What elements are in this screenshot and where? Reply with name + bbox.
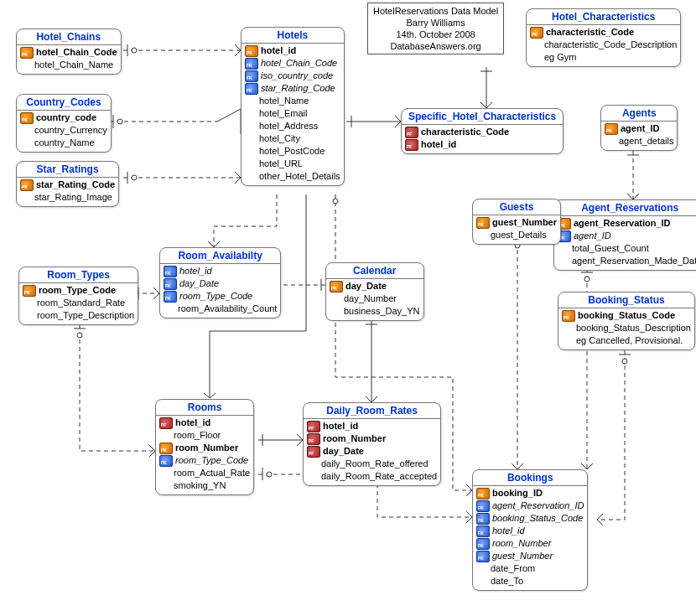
entity-column: hotel_Chain_Code — [245, 57, 340, 70]
column-label: hotel_id — [179, 265, 212, 277]
entity-column: characteristic_Code_Description — [530, 39, 677, 51]
entity-title: Hotel_Characteristics — [527, 9, 680, 25]
pf-key-icon — [307, 421, 320, 432]
svg-point-5 — [117, 119, 122, 124]
column-label: agent_Reservation_ID — [574, 217, 671, 230]
column-label: daily_Room_Rate_offered — [321, 458, 429, 470]
column-label: day_Date — [179, 277, 219, 290]
entity-column: booking_Status_Code — [476, 512, 584, 525]
entity-column: star_Rating_Image — [20, 191, 115, 204]
column-label: smoking_YN — [174, 479, 226, 492]
column-label: hotel_URL — [259, 158, 303, 170]
entity-column: hotel_id — [307, 420, 437, 432]
entity-title: Booking_Status — [558, 292, 694, 308]
pk-key-icon — [476, 488, 490, 500]
entity-column: eg Cancelled, Provisional. — [562, 334, 691, 347]
pf-key-icon — [159, 417, 173, 429]
entity-title: Agent_Reservations — [554, 200, 696, 216]
pk-key-icon — [20, 47, 34, 59]
blank-icon — [530, 40, 542, 50]
entity-hotel-characteristics: Hotel_Characteristicscharacteristic_Code… — [526, 8, 681, 67]
entity-guests: Guestsguest_Numberguest_Details — [472, 199, 561, 245]
blank-icon — [23, 298, 34, 308]
column-label: room_Number — [492, 537, 551, 550]
column-label: guest_Number — [492, 550, 553, 562]
entity-column: other_Hotel_Details — [245, 170, 340, 183]
entity-column: agent_ID — [605, 122, 673, 135]
fk-key-icon — [245, 83, 258, 95]
entity-hotel-chains: Hotel_Chainshotel_Chain_Codehotel_Chain_… — [16, 28, 122, 75]
column-label: room_Type_Description — [37, 309, 134, 322]
entity-column: room_Type_Code — [164, 290, 277, 303]
entity-column: room_Standard_Rate — [23, 297, 134, 309]
entity-calendar: Calendarday_Dateday_Numberbusiness_Day_Y… — [325, 262, 424, 321]
entity-column: agent_Reservation_ID — [476, 500, 584, 512]
entity-column: hotel_PostCode — [245, 145, 340, 158]
column-label: room_Number — [175, 442, 238, 454]
entity-column: date_To — [476, 575, 584, 588]
entity-room-availability: Room_Availabiltyhotel_idday_Dateroom_Typ… — [159, 247, 281, 318]
entity-column: country_code — [20, 111, 107, 124]
entity-column: agent_ID — [558, 230, 696, 242]
entity-column: room_Number — [476, 537, 584, 550]
column-label: agent_Reservation_Made_Date — [572, 255, 696, 267]
blank-icon — [605, 137, 616, 147]
column-label: booking_ID — [492, 487, 543, 500]
fk-key-icon — [159, 455, 173, 467]
column-label: day_Date — [345, 280, 387, 292]
pk-key-icon — [605, 123, 618, 135]
fk-key-icon — [164, 278, 177, 290]
svg-point-25 — [267, 472, 272, 477]
entity-title: Daily_Room_Rates — [304, 403, 440, 419]
entity-booking-status: Booking_Statusbooking_Status_Codebooking… — [558, 292, 695, 350]
entity-column: booking_ID — [476, 487, 584, 500]
column-label: room_Floor — [174, 429, 221, 442]
column-label: hotel_id — [421, 138, 456, 151]
blank-icon — [245, 122, 257, 132]
blank-icon — [20, 126, 32, 136]
pk-key-icon — [20, 112, 34, 124]
blank-icon — [245, 134, 257, 144]
entity-column: characteristic_Code — [530, 26, 677, 39]
blank-icon — [245, 172, 257, 182]
column-label: hotel_id — [323, 420, 358, 432]
entity-column: hotel_id — [159, 417, 250, 429]
column-label: hotel_Email — [259, 107, 307, 120]
entity-column: agent_details — [605, 135, 673, 148]
column-label: agent_ID — [621, 122, 659, 135]
column-label: eg Cancelled, Provisional. — [576, 334, 683, 347]
blank-icon — [20, 60, 32, 70]
pk-key-icon — [330, 281, 343, 292]
entity-title: Bookings — [473, 470, 587, 486]
column-label: room_Availability_Count — [178, 303, 277, 315]
entity-agent-reservations: Agent_Reservationsagent_Reservation_IDag… — [553, 199, 696, 271]
column-label: guest_Details — [491, 229, 547, 241]
blank-icon — [558, 244, 569, 254]
fk-key-icon — [476, 513, 490, 525]
entity-title: Guests — [473, 199, 560, 215]
blank-icon — [245, 96, 257, 106]
entity-column: characteristic_Code — [405, 126, 559, 138]
entity-column: star_Rating_Code — [20, 179, 115, 191]
entity-column: agent_Reservation_ID — [558, 217, 696, 230]
blank-icon — [159, 468, 171, 479]
pf-key-icon — [405, 127, 418, 138]
svg-point-2 — [132, 48, 137, 53]
entity-hotels: Hotelshotel_idhotel_Chain_Codeiso_countr… — [241, 27, 345, 186]
column-label: date_To — [491, 575, 523, 588]
pf-key-icon — [307, 433, 320, 445]
svg-point-8 — [132, 175, 137, 180]
blank-icon — [159, 481, 171, 491]
blank-icon — [20, 193, 32, 203]
entity-column: guest_Number — [476, 216, 557, 229]
fk-key-icon — [476, 538, 490, 550]
fk-key-icon — [245, 58, 258, 70]
fk-key-icon — [164, 291, 177, 303]
entity-column: iso_country_code — [245, 70, 340, 82]
column-label: room_Type_Code — [175, 454, 248, 467]
column-label: star_Rating_Code — [261, 82, 335, 95]
entity-title: Star_Ratings — [17, 162, 118, 178]
pk-key-icon — [476, 217, 490, 229]
entity-column: total_Guest_Count — [558, 242, 696, 255]
entity-column: hotel_id — [405, 138, 559, 151]
